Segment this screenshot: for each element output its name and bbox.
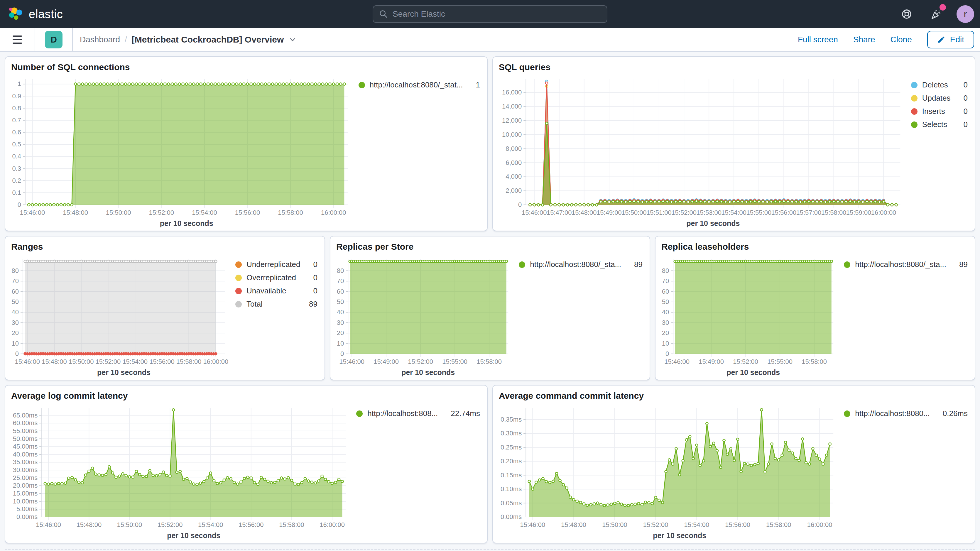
legend-item[interactable]: http://localhost:8080... 0.26ms <box>844 409 968 418</box>
svg-text:35.00ms: 35.00ms <box>13 458 38 466</box>
series-color-dot <box>844 261 850 268</box>
ranges-chart[interactable]: 15:46:0015:48:0015:50:0015:52:0015:54:00… <box>5 253 233 380</box>
series-color-dot <box>911 108 918 115</box>
party-horn-icon <box>930 8 942 20</box>
svg-text:30: 30 <box>662 319 669 326</box>
legend-item[interactable]: http://localhost:808... 22.74ms <box>356 409 480 418</box>
search-input[interactable] <box>393 10 601 19</box>
svg-text:60: 60 <box>337 288 344 295</box>
svg-text:50.00ms: 50.00ms <box>13 435 38 443</box>
panel-title[interactable]: Replica leaseholders <box>655 236 975 253</box>
svg-text:16:00:00: 16:00:00 <box>871 209 896 216</box>
sql-queries-chart[interactable]: 15:46:0015:47:0015:48:0015:49:0015:50:00… <box>493 73 909 231</box>
svg-text:0.3: 0.3 <box>12 165 21 172</box>
legend-label: http://localhost:8080/_stat... <box>370 80 463 89</box>
chart-legend: http://localhost:8080... 0.26ms <box>842 402 975 543</box>
replica-leaseholders-chart[interactable]: 15:46:0015:49:0015:52:0015:55:0015:58:00… <box>655 253 842 380</box>
legend-item[interactable]: Overreplicated 0 <box>235 273 318 282</box>
breadcrumb-dashboard-link[interactable]: Dashboard <box>80 35 120 44</box>
logo-wordmark: elastic <box>29 8 63 21</box>
panel-title[interactable]: Average log commit latency <box>5 385 487 402</box>
svg-text:15:46:00: 15:46:00 <box>664 358 689 365</box>
chevron-down-icon[interactable] <box>288 35 297 44</box>
menu-button[interactable] <box>0 28 35 51</box>
news-feed-button[interactable] <box>927 5 945 23</box>
svg-text:15:57:00: 15:57:00 <box>796 209 822 216</box>
svg-text:40: 40 <box>12 308 19 316</box>
panel-title[interactable]: Replicas per Store <box>330 236 650 253</box>
svg-text:15:46:00: 15:46:00 <box>36 521 61 529</box>
legend-label: Selects <box>922 120 947 129</box>
full-screen-button[interactable]: Full screen <box>798 35 838 44</box>
svg-text:20: 20 <box>12 329 19 336</box>
legend-label: Inserts <box>922 107 945 116</box>
svg-text:15:54:00: 15:54:00 <box>192 209 217 216</box>
panel-title[interactable]: Number of SQL connections <box>5 57 487 73</box>
legend-item[interactable]: Total 89 <box>235 299 318 309</box>
svg-text:per 10 seconds: per 10 seconds <box>97 368 151 376</box>
svg-text:per 10 seconds: per 10 seconds <box>727 368 780 376</box>
share-button[interactable]: Share <box>853 35 875 44</box>
legend-item[interactable]: Selects 0 <box>911 120 968 129</box>
svg-text:80: 80 <box>337 267 344 274</box>
svg-text:15:49:00: 15:49:00 <box>374 358 399 365</box>
svg-text:80: 80 <box>12 267 19 274</box>
svg-text:0.8: 0.8 <box>12 104 21 112</box>
svg-text:0.20ms: 0.20ms <box>501 457 522 465</box>
svg-text:0.25ms: 0.25ms <box>501 444 522 451</box>
svg-text:0: 0 <box>18 201 21 208</box>
sql-connections-chart[interactable]: 15:46:0015:48:0015:50:0015:52:0015:54:00… <box>5 73 356 231</box>
svg-text:14,000: 14,000 <box>502 103 522 110</box>
svg-text:per 10 seconds: per 10 seconds <box>167 531 220 540</box>
series-color-dot <box>519 261 525 268</box>
breadcrumb-separator: / <box>125 35 127 44</box>
svg-text:15:55:00: 15:55:00 <box>767 358 792 365</box>
dashboard-toolbar: D Dashboard / [Metricbeat CockroachDB] O… <box>0 28 980 52</box>
next-row-panels-edge <box>5 549 975 550</box>
svg-text:50: 50 <box>337 298 344 306</box>
legend-value: 0 <box>955 80 968 89</box>
help-button[interactable] <box>898 5 915 23</box>
chart-legend: http://localhost:808... 22.74ms <box>354 402 487 543</box>
svg-text:40.00ms: 40.00ms <box>13 451 38 458</box>
svg-text:15:50:00: 15:50:00 <box>602 521 627 529</box>
chart-legend: Deletes 0 Updates 0 Inserts 0 <box>909 73 975 231</box>
legend-item[interactable]: Updates 0 <box>911 94 968 103</box>
replicas-per-store-chart[interactable]: 15:46:0015:49:0015:52:0015:55:0015:58:00… <box>330 253 516 380</box>
svg-text:15:52:00: 15:52:00 <box>149 209 174 216</box>
legend-item[interactable]: http://localhost:8080/_sta... 89 <box>519 260 643 269</box>
avg-command-commit-latency-chart[interactable]: 15:46:0015:48:0015:50:0015:52:0015:54:00… <box>493 402 842 543</box>
global-search[interactable] <box>372 5 608 23</box>
avg-log-commit-latency-chart[interactable]: 15:46:0015:48:0015:50:0015:52:0015:54:00… <box>5 402 354 543</box>
svg-text:15:46:00: 15:46:00 <box>339 358 364 365</box>
svg-text:20: 20 <box>337 329 344 336</box>
panel-title[interactable]: Average command commit latency <box>493 385 975 402</box>
legend-item[interactable]: Unavailable 0 <box>235 287 318 295</box>
svg-text:0: 0 <box>340 350 344 357</box>
svg-text:15:48:00: 15:48:00 <box>76 521 102 529</box>
legend-value: 0 <box>955 94 968 103</box>
legend-item[interactable]: Underreplicated 0 <box>235 260 318 269</box>
svg-text:10.00ms: 10.00ms <box>13 498 38 505</box>
legend-label: Unavailable <box>247 287 286 295</box>
svg-text:15:55:00: 15:55:00 <box>442 358 468 365</box>
elastic-logo[interactable]: elastic <box>8 6 63 22</box>
legend-item[interactable]: http://localhost:8080/_stat... 1 <box>358 80 480 89</box>
legend-item[interactable]: http://localhost:8080/_sta... 89 <box>844 260 968 269</box>
svg-text:0.00ms: 0.00ms <box>501 513 522 521</box>
svg-text:2,000: 2,000 <box>506 187 522 194</box>
user-avatar[interactable]: r <box>956 5 974 23</box>
edit-button[interactable]: Edit <box>927 31 974 48</box>
panel-title[interactable]: SQL queries <box>493 57 975 73</box>
legend-item[interactable]: Inserts 0 <box>911 107 968 116</box>
page-title: [Metricbeat CockroachDB] Overview <box>132 35 284 45</box>
panel-title[interactable]: Ranges <box>5 236 325 253</box>
svg-text:60: 60 <box>12 288 19 295</box>
legend-value: 0.26ms <box>934 409 968 418</box>
legend-item[interactable]: Deletes 0 <box>911 80 968 89</box>
svg-text:16:00:00: 16:00:00 <box>320 521 345 529</box>
chart-legend: Underreplicated 0 Overreplicated 0 Unava… <box>233 253 325 380</box>
svg-text:15:48:00: 15:48:00 <box>561 521 586 529</box>
svg-text:15:58:00: 15:58:00 <box>177 358 202 365</box>
clone-button[interactable]: Clone <box>891 35 912 44</box>
